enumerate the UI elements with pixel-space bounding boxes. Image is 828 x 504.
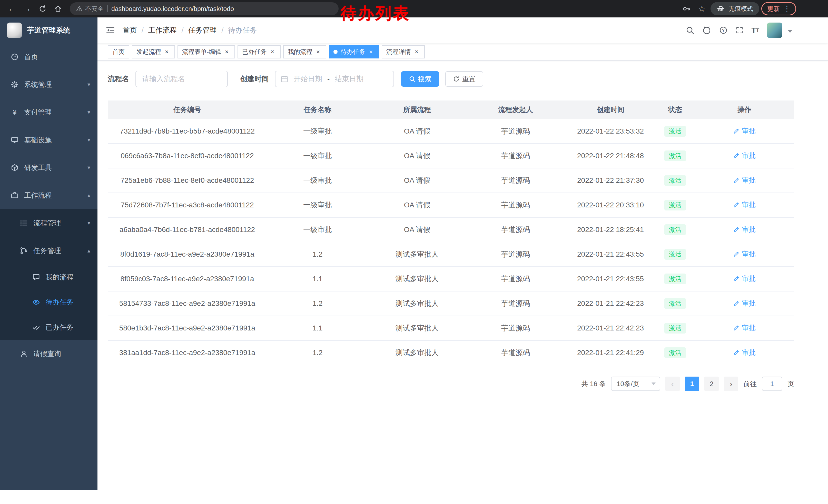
security-status[interactable]: 不安全 — [76, 5, 104, 13]
tasks-table: 任务编号 任务名称 所属流程 流程发起人 创建时间 状态 操作 73211 — [108, 100, 794, 365]
create-time-cell: 2022-01-22 21:37:30 — [565, 168, 656, 193]
edit-icon — [733, 177, 740, 184]
process-cell: 测试多审批人 — [368, 316, 466, 340]
sidebar-item-process-mgmt[interactable]: 流程管理 — [0, 209, 97, 237]
date-range-picker[interactable]: 开始日期 - 结束日期 — [275, 71, 394, 87]
approve-link[interactable]: 审批 — [733, 274, 756, 283]
more-dots-icon[interactable]: ⋮ — [784, 5, 790, 13]
tools-icon — [10, 164, 19, 172]
table-row: 75d72608-7b7f-11ec-a3c8-acde48001122 一级审… — [108, 193, 794, 217]
edit-icon — [733, 201, 740, 208]
search-icon[interactable] — [686, 26, 694, 35]
page-tab[interactable]: 我的流程 — [283, 45, 326, 58]
tab-close-icon[interactable] — [367, 48, 374, 55]
task-name-cell: 一级审批 — [267, 168, 368, 193]
prev-page-button[interactable]: ‹ — [665, 377, 680, 391]
status-badge: 激活 — [664, 126, 686, 137]
breadcrumb-item[interactable]: 任务管理 — [188, 26, 228, 35]
sidebar-item-leave-query[interactable]: 请假查询 — [0, 340, 97, 368]
sidebar-item-my-process[interactable]: 我的流程 — [0, 265, 97, 290]
approve-link[interactable]: 审批 — [733, 323, 756, 332]
key-icon[interactable] — [680, 2, 693, 15]
reset-button[interactable]: 重置 — [445, 71, 483, 87]
incognito-label: 无痕模式 — [729, 5, 753, 13]
caret-down-icon[interactable] — [788, 30, 792, 33]
edit-icon — [733, 226, 740, 233]
update-button[interactable]: 更新 ⋮ — [761, 2, 796, 15]
approve-link[interactable]: 审批 — [733, 151, 756, 160]
create-time-cell: 2022-01-22 21:48:48 — [565, 144, 656, 168]
approve-link[interactable]: 审批 — [733, 200, 756, 210]
page-tab[interactable]: 待办任务 — [329, 45, 379, 58]
list-icon — [19, 219, 28, 227]
refresh-icon[interactable] — [36, 2, 49, 15]
tab-close-icon[interactable] — [269, 48, 276, 55]
sidebar-item-workflow[interactable]: 工作流程 — [0, 182, 97, 209]
breadcrumb-item[interactable]: 首页 — [123, 26, 148, 35]
table-row: 580e1b3d-7ac8-11ec-a9e2-a2380e71991a 1.1… — [108, 316, 794, 340]
annotation-title: 待办列表 — [341, 3, 410, 24]
table-row: 73211d9d-7b9b-11ec-b5b7-acde48001122 一级审… — [108, 119, 794, 144]
infra-icon — [10, 136, 19, 144]
page-tab[interactable]: 流程表单-编辑 — [177, 45, 235, 58]
tab-close-icon[interactable] — [413, 48, 420, 55]
search-button[interactable]: 搜索 — [401, 71, 439, 87]
process-cell: 测试多审批人 — [368, 267, 466, 291]
sidebar-item-infra[interactable]: 基础设施 — [0, 126, 97, 154]
process-name-input[interactable]: 请输入流程名 — [135, 71, 228, 87]
page-tab[interactable]: 流程详情 — [382, 45, 425, 58]
tab-close-icon[interactable] — [315, 48, 322, 55]
text-size-icon[interactable]: TT — [751, 27, 759, 34]
star-icon[interactable]: ☆ — [695, 2, 708, 15]
col-task-name: 任务名称 — [267, 100, 368, 119]
update-label: 更新 — [767, 5, 780, 13]
status-cell: 激活 — [656, 193, 695, 217]
home-icon[interactable] — [51, 2, 65, 15]
process-cell: OA 请假 — [368, 168, 466, 193]
sidebar-item-devtools[interactable]: 研发工具 — [0, 154, 97, 182]
page-button-1[interactable]: 1 — [685, 377, 699, 391]
task-name-cell: 一级审批 — [267, 119, 368, 144]
page-tab[interactable]: 已办任务 — [238, 45, 281, 58]
breadcrumb-item[interactable]: 工作流程 — [148, 26, 188, 35]
forward-icon[interactable]: → — [20, 2, 34, 15]
breadcrumb-item[interactable]: 待办任务 — [228, 26, 257, 35]
approve-link[interactable]: 审批 — [733, 225, 756, 234]
sidebar-item-task-mgmt[interactable]: 任务管理 — [0, 237, 97, 265]
status-cell: 激活 — [656, 217, 695, 242]
address-bar[interactable]: 不安全 dashboard.yudao.iocoder.cn/bpm/task/… — [70, 2, 339, 15]
back-icon[interactable]: ← — [5, 2, 18, 15]
approve-link[interactable]: 审批 — [733, 249, 756, 259]
fullscreen-icon[interactable] — [735, 26, 744, 34]
task-id-cell: 58154733-7ac8-11ec-a9e2-a2380e71991a — [108, 291, 267, 316]
tab-close-icon[interactable] — [163, 48, 170, 55]
url-text[interactable]: dashboard.yudao.iocoder.cn/bpm/task/todo — [111, 5, 234, 12]
page-button-2[interactable]: 2 — [704, 377, 719, 391]
actions-cell: 审批 — [695, 316, 794, 340]
sidebar-item-system[interactable]: 系统管理 — [0, 71, 97, 98]
github-icon[interactable] — [702, 26, 711, 35]
breadcrumb-separator — [222, 26, 224, 34]
approve-link[interactable]: 审批 — [733, 126, 756, 136]
sidebar-item-payment[interactable]: ¥ 支付管理 — [0, 98, 97, 126]
approve-link[interactable]: 审批 — [733, 176, 756, 185]
status-badge: 激活 — [664, 274, 686, 284]
approve-link[interactable]: 审批 — [733, 299, 756, 308]
question-icon[interactable]: ? — [719, 26, 728, 35]
approve-link[interactable]: 审批 — [733, 348, 756, 357]
goto-page-input[interactable]: 1 — [762, 377, 782, 391]
calendar-icon — [281, 75, 288, 83]
sidebar-item-todo-tasks[interactable]: 待办任务 — [0, 290, 97, 315]
create-time-cell: 2022-01-22 23:53:32 — [565, 119, 656, 144]
page-tab[interactable]: 发起流程 — [132, 45, 175, 58]
user-avatar[interactable] — [767, 22, 782, 38]
next-page-button[interactable]: › — [724, 377, 738, 391]
page-tab[interactable]: 首页 — [108, 45, 129, 58]
page-size-select[interactable]: 10条/页 — [611, 377, 660, 391]
sidebar-item-home[interactable]: 首页 — [0, 43, 97, 71]
tab-close-icon[interactable] — [223, 48, 230, 55]
hamburger-icon[interactable] — [106, 26, 115, 35]
task-id-cell: 381aa1dd-7ac8-11ec-a9e2-a2380e71991a — [108, 340, 267, 365]
sidebar-item-done-tasks[interactable]: 已办任务 — [0, 315, 97, 340]
app-logo-row[interactable]: 芋道管理系统 — [0, 17, 97, 43]
